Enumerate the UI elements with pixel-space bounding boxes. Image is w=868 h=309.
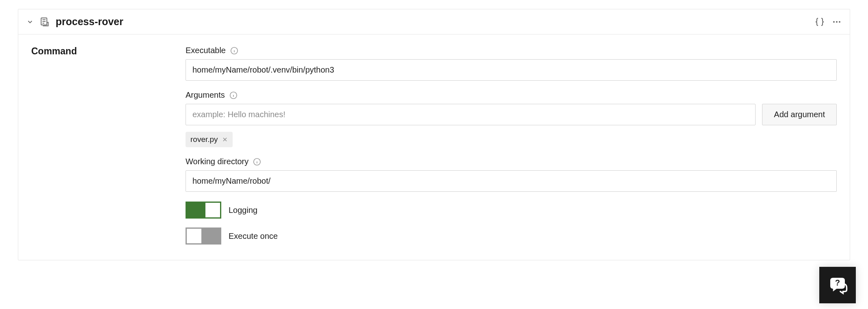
working-directory-field-group: Working directory: [186, 157, 837, 192]
panel-title: process-rover: [56, 16, 123, 28]
argument-chip: rover.py: [186, 132, 233, 147]
executable-field-group: Executable: [186, 46, 837, 81]
arguments-input[interactable]: [186, 104, 756, 125]
field-label-row: Working directory: [186, 157, 837, 166]
working-directory-input[interactable]: [186, 170, 837, 192]
panel-header-left: process-rover: [26, 16, 809, 28]
process-config-panel: process-rover Command E: [18, 9, 850, 260]
arguments-field-group: Arguments Add argument rover.py: [186, 90, 837, 147]
braces-icon[interactable]: [815, 17, 825, 27]
svg-point-5: [836, 21, 838, 23]
process-icon: [39, 17, 50, 27]
panel-body: Command Executable Arguments: [18, 34, 850, 260]
execute-once-toggle[interactable]: [186, 227, 221, 245]
help-fab-button[interactable]: ?: [819, 267, 856, 269]
info-icon[interactable]: [253, 157, 261, 166]
argument-chip-label: rover.py: [190, 135, 218, 144]
more-horizontal-icon[interactable]: [832, 17, 842, 27]
logging-toggle[interactable]: [186, 202, 221, 219]
arguments-input-row: Add argument: [186, 104, 837, 125]
panel-header: process-rover: [18, 9, 850, 34]
argument-chip-row: rover.py: [186, 132, 837, 147]
section-label: Command: [31, 46, 186, 245]
executable-input[interactable]: [186, 59, 837, 81]
add-argument-button[interactable]: Add argument: [762, 104, 837, 125]
form-area: Executable Arguments Add argument: [186, 46, 837, 245]
execute-once-toggle-row: Execute once: [186, 227, 837, 245]
logging-toggle-label: Logging: [229, 206, 257, 215]
svg-point-6: [839, 21, 840, 23]
close-icon[interactable]: [222, 137, 228, 142]
executable-label: Executable: [186, 46, 226, 55]
info-icon[interactable]: [230, 46, 239, 55]
arguments-label: Arguments: [186, 90, 225, 100]
info-icon[interactable]: [229, 91, 238, 100]
svg-point-4: [833, 21, 835, 23]
field-label-row: Arguments: [186, 90, 837, 100]
execute-once-toggle-label: Execute once: [229, 232, 278, 241]
working-directory-label: Working directory: [186, 157, 248, 166]
panel-header-right: [815, 17, 842, 27]
logging-toggle-row: Logging: [186, 202, 837, 219]
field-label-row: Executable: [186, 46, 837, 55]
chevron-down-icon[interactable]: [26, 18, 34, 26]
